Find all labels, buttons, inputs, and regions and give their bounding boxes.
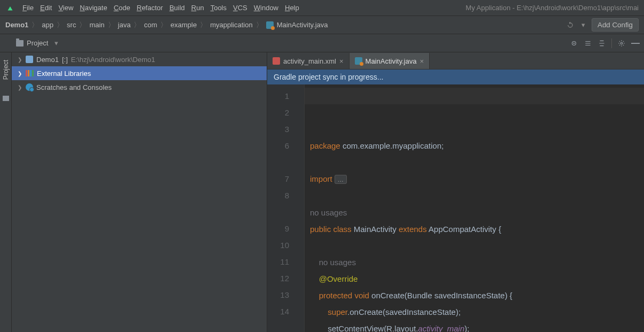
code-line[interactable] — [310, 237, 639, 254]
code-line[interactable]: setContentView(R.layout.activity_main); — [310, 320, 639, 332]
tree-row[interactable]: ❯Demo1 [:] E:\hzj\Android\work\Demo1 — [12, 52, 267, 66]
editor-tab[interactable]: MainActivity.java× — [350, 53, 430, 69]
line-number — [270, 204, 289, 220]
breadcrumb-item[interactable]: com — [144, 21, 157, 29]
gradle-sync-banner: Gradle project sync in progress... — [267, 70, 644, 84]
line-number: 9 — [270, 220, 289, 237]
svg-point-2 — [620, 42, 623, 44]
divider — [611, 38, 612, 48]
tree-path: E:\hzj\Android\work\Demo1 — [71, 56, 156, 64]
breadcrumb-separator: 〉 — [256, 20, 263, 30]
minimize-icon[interactable]: — — [631, 39, 640, 48]
menu-code[interactable]: Code — [114, 4, 130, 12]
left-tool-strip: Project — [0, 52, 12, 332]
tree-row[interactable]: ❯Scratches and Consoles — [12, 80, 267, 94]
line-number: 6 — [270, 137, 289, 154]
line-number: 12 — [270, 270, 289, 287]
breadcrumb-item[interactable]: app — [42, 21, 53, 29]
breadcrumb-separator: 〉 — [160, 20, 167, 30]
menu-file[interactable]: File — [22, 4, 34, 12]
java-file-icon — [266, 21, 274, 29]
settings-icon[interactable] — [617, 39, 626, 48]
breadcrumb-item[interactable]: MainActivity.java — [277, 21, 328, 29]
breadcrumb-item[interactable]: Demo1 — [5, 21, 28, 29]
menu-window[interactable]: Window — [254, 4, 278, 12]
code-line[interactable]: protected void onCreate(Bundle savedInst… — [310, 287, 639, 304]
menu-edit[interactable]: Edit — [40, 4, 52, 12]
project-view-dropdown-icon[interactable]: ▾ — [55, 39, 58, 47]
breadcrumb-separator: 〉 — [79, 20, 86, 30]
expand-arrow-icon[interactable]: ❯ — [17, 57, 22, 63]
breadcrumb-separator: 〉 — [134, 20, 141, 30]
line-number: 10 — [270, 237, 289, 253]
breadcrumb-item[interactable]: src — [67, 21, 76, 29]
line-number: 7 — [270, 171, 289, 187]
tree-label: External Libraries — [37, 70, 91, 78]
tab-label: activity_main.xml — [283, 57, 336, 65]
code-line[interactable]: no usages — [310, 204, 639, 221]
svg-point-1 — [573, 42, 575, 43]
tab-label: MainActivity.java — [366, 57, 417, 65]
code-line[interactable]: import ... — [310, 171, 639, 188]
breadcrumb-separator: 〉 — [200, 20, 207, 30]
xml-file-icon — [273, 57, 280, 65]
sync-icon[interactable] — [566, 21, 575, 29]
breadcrumb-item[interactable]: myapplication — [210, 21, 253, 29]
code-line[interactable]: super.onCreate(savedInstanceState); — [310, 304, 639, 320]
line-number: 3 — [270, 121, 289, 137]
menu-view[interactable]: View — [58, 4, 73, 12]
menu-run[interactable]: Run — [191, 4, 204, 12]
line-number: 13 — [270, 287, 289, 303]
line-number: 8 — [270, 187, 289, 204]
menu-navigate[interactable]: Navigate — [80, 4, 107, 12]
add-configuration-button[interactable]: Add Config — [592, 18, 639, 32]
editor-tabs: activity_main.xml×MainActivity.java× — [267, 52, 644, 70]
code-line[interactable]: public class MainActivity extends AppCom… — [310, 221, 639, 237]
expand-arrow-icon[interactable]: ❯ — [17, 84, 22, 90]
line-number: 14 — [270, 303, 289, 320]
scratch-icon — [26, 83, 33, 91]
module-icon — [26, 56, 33, 63]
expand-arrow-icon[interactable]: ❯ — [17, 71, 22, 76]
resource-manager-icon[interactable] — [3, 96, 9, 101]
line-number: 2 — [270, 104, 289, 121]
editor-tab[interactable]: activity_main.xml× — [267, 53, 350, 69]
menu-tools[interactable]: Tools — [211, 4, 227, 12]
project-tree[interactable]: ❯Demo1 [:] E:\hzj\Android\work\Demo1❯Ext… — [12, 52, 267, 332]
code-line[interactable]: no usages — [310, 254, 639, 271]
gutter: 1236 78 91011121314 — [267, 84, 305, 332]
breadcrumb-separator: 〉 — [32, 20, 38, 30]
breadcrumb-item[interactable]: java — [118, 21, 131, 29]
breadcrumb-separator: 〉 — [108, 20, 115, 30]
line-number — [270, 154, 289, 171]
menu-vcs[interactable]: VCS — [233, 4, 247, 12]
navigation-bar: Demo1〉app〉src〉main〉java〉com〉example〉myap… — [0, 16, 644, 34]
tree-label: Demo1 — [36, 56, 59, 64]
folder-icon — [16, 40, 24, 47]
code-line[interactable] — [310, 188, 639, 204]
dropdown-arrow-icon[interactable]: ▾ — [579, 21, 587, 29]
code-area[interactable]: package com.example.myapplication; impor… — [305, 84, 644, 332]
line-number: 11 — [270, 253, 289, 270]
breadcrumb-separator: 〉 — [57, 20, 64, 30]
menu-help[interactable]: Help — [285, 4, 299, 12]
expand-all-icon[interactable] — [584, 39, 592, 48]
line-number: 1 — [270, 88, 289, 104]
code-line[interactable]: @Override — [310, 271, 639, 287]
breadcrumb-item[interactable]: main — [89, 21, 104, 29]
project-tool-button[interactable]: Project — [2, 60, 10, 80]
breadcrumb-item[interactable]: example — [170, 21, 197, 29]
window-title: My Application - E:\hzj\Android\work\Dem… — [465, 4, 639, 12]
code-line[interactable] — [310, 154, 639, 171]
code-line[interactable]: package com.example.myapplication; — [310, 137, 639, 154]
menu-build[interactable]: Build — [169, 4, 185, 12]
java-file-icon — [355, 57, 362, 65]
menu-refactor[interactable]: Refactor — [137, 4, 163, 12]
collapse-all-icon[interactable] — [598, 39, 606, 48]
close-tab-icon[interactable]: × — [420, 57, 424, 65]
close-tab-icon[interactable]: × — [339, 57, 344, 65]
android-studio-logo — [5, 3, 15, 13]
locate-icon[interactable] — [570, 39, 578, 48]
tree-row[interactable]: ❯External Libraries — [12, 66, 267, 80]
tree-suffix: [:] — [62, 56, 68, 64]
